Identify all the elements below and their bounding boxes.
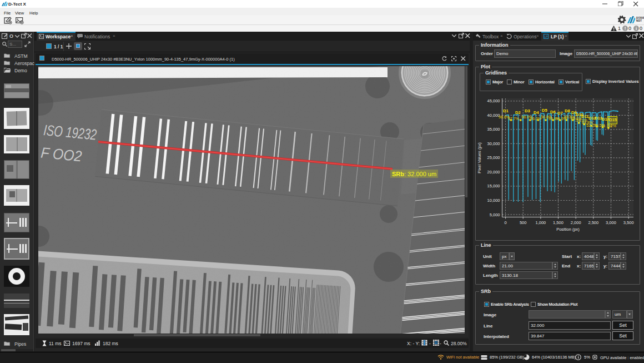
svg-text:45,000: 45,000 [487, 98, 500, 103]
svg-text:D4: D4 [534, 110, 539, 115]
svg-text:5,000: 5,000 [490, 212, 500, 217]
svg-text:20,000: 20,000 [487, 170, 500, 175]
svg-text:1,000: 1,000 [536, 220, 546, 225]
svg-text:D5: D5 [542, 108, 547, 113]
svg-text:1,500: 1,500 [553, 220, 564, 225]
svg-text:25,000: 25,000 [487, 155, 500, 160]
svg-text:3,500: 3,500 [623, 220, 634, 225]
svg-text:D7: D7 [557, 111, 563, 116]
svg-text:D13: D13 [595, 116, 602, 121]
svg-text:15,000: 15,000 [487, 183, 500, 188]
svg-text:D1: D1 [503, 108, 509, 113]
svg-text:6.2%: 6.2% [607, 124, 616, 128]
svg-text:30,000: 30,000 [487, 141, 500, 146]
svg-text:0: 0 [505, 220, 507, 225]
svg-text:D3: D3 [525, 108, 530, 113]
svg-text:96.0%: 96.0% [530, 117, 541, 121]
svg-text:Position (px): Position (px) [556, 227, 580, 232]
svg-text:Pixel Values (px): Pixel Values (px) [477, 142, 482, 173]
svg-text:35,000: 35,000 [487, 127, 500, 132]
svg-text:97.7%: 97.7% [508, 117, 519, 121]
svg-text:2,500: 2,500 [588, 220, 598, 225]
svg-text:D2: D2 [515, 110, 521, 115]
svg-text:10,000: 10,000 [487, 198, 500, 203]
svg-text:500: 500 [520, 220, 527, 225]
svg-text:D8: D8 [565, 108, 570, 113]
svg-text:2,000: 2,000 [571, 220, 581, 225]
svg-text:D6: D6 [550, 110, 556, 115]
svg-text:3,000: 3,000 [606, 220, 616, 225]
